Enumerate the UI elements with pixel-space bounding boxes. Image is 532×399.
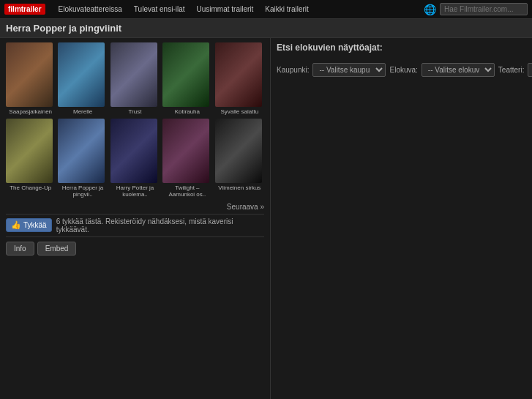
search-input[interactable] bbox=[440, 3, 528, 15]
thumb-image-9 bbox=[162, 119, 209, 183]
thumb-label-8: Harry Potter ja kuolema.. bbox=[110, 184, 160, 198]
thumb-image-4 bbox=[162, 42, 209, 107]
tab-info[interactable]: Info bbox=[6, 242, 34, 256]
thumb-image-7 bbox=[58, 119, 105, 183]
kaupunki-select[interactable]: -- Valitse kaupunki -- bbox=[312, 63, 386, 77]
teatteri-select[interactable]: -- Valitse teatteri -- bbox=[528, 63, 532, 77]
thumb-image-6 bbox=[6, 119, 53, 183]
showtimes-filters: Kaupunki: -- Valitse kaupunki -- Elokuva… bbox=[277, 56, 526, 83]
thumb-label-10: Viimeinen sirkus bbox=[215, 184, 264, 192]
next-link[interactable]: Seuraava » bbox=[6, 203, 264, 211]
like-bar: 👍 Tykkää 6 tykkää tästä. Rekisteröidy nä… bbox=[6, 214, 264, 237]
left-panel: Saapasjalkainen Merelle Trust Kotirauha … bbox=[0, 38, 271, 399]
thumb-label-2: Merelle bbox=[58, 108, 107, 116]
thumb-label-9: Twilight – Aamunkoi os.. bbox=[162, 184, 211, 198]
thumb-image-5 bbox=[215, 42, 262, 107]
thumb-label-5: Syvalle salattu bbox=[215, 108, 264, 116]
movie-thumb-8[interactable]: Harry Potter ja kuolema.. bbox=[110, 119, 160, 198]
like-button[interactable]: 👍 Tykkää bbox=[6, 218, 52, 232]
thumb-label-4: Kotirauha bbox=[162, 108, 211, 116]
top-navigation: filmtrailer Elokuvateattereissa Tulevat … bbox=[0, 0, 532, 19]
movie-thumb-4[interactable]: Kotirauha bbox=[162, 42, 211, 116]
thumb-image-3 bbox=[110, 42, 157, 107]
thumb-label-6: The Change-Up bbox=[6, 184, 55, 192]
tab-buttons: Info Embed bbox=[6, 242, 264, 256]
page-title: Herra Popper ja pingviinit bbox=[0, 19, 532, 38]
thumb-label-3: Trust bbox=[110, 108, 160, 116]
thumb-label-1: Saapasjalkainen bbox=[6, 108, 55, 116]
elokuva-label: Elokuva: bbox=[389, 66, 417, 74]
movie-thumb-7[interactable]: Herra Popper ja pingvii.. bbox=[58, 119, 107, 198]
tab-embed[interactable]: Embed bbox=[37, 242, 77, 256]
nav-theaters[interactable]: Elokuvateattereissa bbox=[53, 5, 128, 13]
movie-thumb-1[interactable]: Saapasjalkainen bbox=[6, 42, 55, 116]
thumbnail-grid: Saapasjalkainen Merelle Trust Kotirauha … bbox=[6, 42, 264, 198]
site-logo[interactable]: filmtrailer bbox=[4, 4, 45, 15]
elokuva-select[interactable]: -- Valitse elokuva -- bbox=[422, 63, 495, 77]
nav-coming-soon[interactable]: Tulevat ensi-ilat bbox=[128, 5, 191, 13]
thumb-image-8 bbox=[110, 119, 157, 183]
showtimes-title: Etsi elokuvien näyttöajat: bbox=[277, 42, 526, 53]
language-icon[interactable]: 🌐 bbox=[424, 4, 436, 15]
main-content: Saapasjalkainen Merelle Trust Kotirauha … bbox=[0, 38, 532, 399]
movie-thumb-9[interactable]: Twilight – Aamunkoi os.. bbox=[162, 119, 211, 198]
showtimes-section: Etsi elokuvien näyttöajat: Kaupunki: -- … bbox=[277, 42, 526, 83]
like-button-label: Tykkää bbox=[23, 221, 47, 229]
nav-all-trailers[interactable]: Kaikki trailerit bbox=[259, 5, 314, 13]
movie-thumb-6[interactable]: The Change-Up bbox=[6, 119, 55, 198]
nav-newest[interactable]: Uusimmat trailerit bbox=[191, 5, 260, 13]
kaupunki-label: Kaupunki: bbox=[277, 66, 309, 74]
movie-thumb-3[interactable]: Trust bbox=[110, 42, 160, 116]
movie-thumb-5[interactable]: Syvalle salattu bbox=[215, 42, 264, 116]
thumb-image-2 bbox=[58, 42, 105, 107]
thumb-image-10 bbox=[215, 119, 262, 183]
movie-thumb-10[interactable]: Viimeinen sirkus bbox=[215, 119, 264, 198]
thumb-image-1 bbox=[6, 42, 53, 107]
like-count-text: 6 tykkää tästä. Rekisteröidy nähdäksesi,… bbox=[56, 217, 264, 234]
teatteri-label: Teatteri: bbox=[498, 66, 525, 74]
thumb-label-7: Herra Popper ja pingvii.. bbox=[58, 184, 107, 198]
right-panel: Etsi elokuvien näyttöajat: Kaupunki: -- … bbox=[271, 38, 532, 399]
thumbs-up-icon: 👍 bbox=[11, 220, 21, 230]
movie-thumb-2[interactable]: Merelle bbox=[58, 42, 107, 116]
